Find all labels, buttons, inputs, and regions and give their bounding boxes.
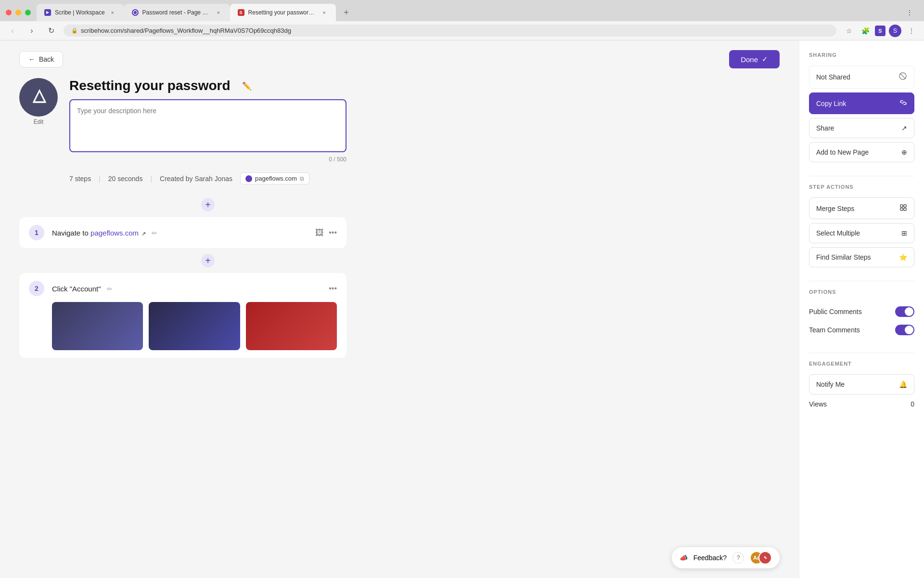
step-1-image-btn[interactable]: 🖼: [315, 228, 324, 238]
avatar-circle[interactable]: [19, 78, 58, 117]
svg-rect-9: [904, 208, 906, 210]
description-textarea[interactable]: [69, 99, 346, 152]
notify-me-label: Notify Me: [816, 381, 845, 388]
tab-scribe-workspace[interactable]: Scribe | Workspace ×: [37, 4, 124, 21]
sharing-section: SHARING Not Shared Copy Link: [809, 52, 914, 162]
step-1-link[interactable]: pageflows.com: [90, 229, 139, 237]
tab-scribe-workspace-close[interactable]: ×: [109, 9, 116, 16]
merge-icon: [899, 204, 907, 213]
step-2-content: Click "Account" ✏: [52, 285, 321, 293]
tab-scribehow-close[interactable]: ×: [321, 9, 328, 16]
title-edit-icon[interactable]: ✏️: [242, 81, 252, 91]
back-label: Back: [39, 55, 54, 63]
public-comments-toggle[interactable]: [895, 306, 914, 317]
main-content: ← Back Done ✓: [0, 40, 799, 578]
engagement-section: ENGAGEMENT Notify Me 🔔 Views 0: [809, 361, 914, 410]
find-similar-steps-button[interactable]: Find Similar Steps ⭐: [809, 247, 914, 267]
team-comments-label: Team Comments: [809, 326, 860, 334]
browser-menu-btn[interactable]: ⋮: [903, 6, 916, 19]
step-2-edit-icon[interactable]: ✏: [107, 285, 113, 293]
meta-sep-2: |: [150, 175, 152, 183]
team-comments-toggle[interactable]: [895, 325, 914, 335]
copy-link-icon: [899, 99, 907, 108]
engagement-title: ENGAGEMENT: [809, 361, 914, 367]
window-minimize-btn[interactable]: [15, 10, 21, 15]
tab-pageflows-close[interactable]: ×: [215, 9, 222, 16]
copy-link-button[interactable]: Copy Link: [809, 92, 914, 114]
step-actions-section: STEP ACTIONS Merge Steps Select Multiple…: [809, 184, 914, 267]
tab-pageflows-title: Password reset - Page Flows: [142, 9, 211, 16]
window-close-btn[interactable]: [6, 10, 12, 15]
share-button[interactable]: Share ↗: [809, 118, 914, 138]
step-1-more-btn[interactable]: •••: [329, 228, 337, 237]
source-copy-icon[interactable]: ⧉: [300, 175, 304, 182]
svg-rect-6: [900, 205, 903, 207]
svg-text:✎: ✎: [764, 556, 767, 560]
add-to-page-icon: ⊕: [901, 148, 907, 156]
done-check-icon: ✓: [762, 55, 768, 64]
new-tab-button[interactable]: +: [340, 6, 353, 19]
bookmark-btn[interactable]: ☆: [842, 24, 856, 38]
sharing-section-title: SHARING: [809, 52, 914, 58]
scribe-extension-btn[interactable]: S: [875, 26, 886, 36]
feedback-help-btn[interactable]: ?: [732, 552, 744, 564]
thumbnail-1[interactable]: [52, 302, 143, 350]
char-count: 0 / 500: [69, 156, 346, 163]
not-shared-label: Not Shared: [816, 73, 850, 81]
extensions-btn[interactable]: 🧩: [859, 24, 872, 38]
options-title: OPTIONS: [809, 289, 914, 295]
done-button[interactable]: Done ✓: [729, 50, 780, 68]
step-1-edit-icon[interactable]: ✏: [152, 229, 157, 237]
profile-btn[interactable]: S: [888, 24, 902, 38]
browser-options-btn[interactable]: ⋮: [905, 24, 918, 38]
step-1-prefix: Navigate to: [52, 229, 89, 237]
step-divider-1: +: [69, 192, 346, 217]
window-maximize-btn[interactable]: [25, 10, 31, 15]
url-bar[interactable]: 🔒 scribehow.com/shared/Pageflows_Workflo…: [64, 25, 836, 37]
right-sidebar: SHARING Not Shared Copy Link: [799, 40, 924, 578]
nav-back-btn[interactable]: ‹: [6, 24, 19, 38]
merge-steps-label: Merge Steps: [816, 205, 854, 212]
sidebar-divider-3: [809, 353, 914, 353]
add-step-before-2-btn[interactable]: +: [201, 254, 215, 267]
step-1-link-external-icon: ↗: [141, 231, 146, 236]
notify-me-button[interactable]: Notify Me 🔔: [809, 374, 914, 394]
svg-line-5: [900, 73, 906, 79]
svg-point-0: [133, 11, 137, 14]
share-external-icon: ↗: [901, 124, 907, 132]
address-bar: ‹ › ↻ 🔒 scribehow.com/shared/Pageflows_W…: [0, 21, 924, 40]
duration: 20 seconds: [108, 175, 143, 183]
done-label: Done: [741, 55, 758, 64]
tab-pageflows[interactable]: Password reset - Page Flows ×: [124, 4, 230, 21]
select-multiple-button[interactable]: Select Multiple ⊞: [809, 223, 914, 243]
thumbnail-2[interactable]: [149, 302, 240, 350]
thumbnail-3[interactable]: [246, 302, 337, 350]
nav-forward-btn[interactable]: ›: [25, 24, 38, 38]
back-arrow-icon: ←: [28, 55, 35, 63]
avatar-icon: [30, 89, 47, 106]
feedback-bar: 📣 Feedback? ? Ac ✎: [672, 547, 780, 568]
avatar-edit-label: Edit: [34, 118, 44, 125]
find-similar-label: Find Similar Steps: [816, 253, 871, 261]
add-to-new-page-button[interactable]: Add to New Page ⊕: [809, 142, 914, 162]
not-shared-item: Not Shared: [809, 66, 914, 89]
step-2-header: 2 Click "Account" ✏ •••: [29, 281, 337, 296]
step-2-more-btn[interactable]: •••: [329, 284, 337, 293]
app-body: ← Back Done ✓: [0, 40, 924, 578]
tab-scribehow-active[interactable]: S Resetting your password | Scri... ×: [230, 4, 336, 21]
source-badge[interactable]: pageflows.com ⧉: [240, 172, 309, 184]
select-multiple-label: Select Multiple: [816, 229, 860, 237]
views-count: 0: [911, 400, 914, 408]
nav-refresh-btn[interactable]: ↻: [44, 24, 58, 38]
content-area: Edit Resetting your password ✏️ 0 / 500 …: [19, 78, 346, 358]
merge-steps-button[interactable]: Merge Steps: [809, 197, 914, 219]
created-by: Created by Sarah Jonas: [160, 175, 232, 183]
options-section: OPTIONS Public Comments Team Comments: [809, 289, 914, 339]
top-bar: ← Back Done ✓: [19, 50, 780, 68]
views-label: Views: [809, 400, 827, 408]
step-1-card: 1 Navigate to pageflows.com ↗ ✏ 🖼 •••: [19, 217, 346, 248]
step-2-text: Click "Account": [52, 285, 101, 293]
add-step-before-1-btn[interactable]: +: [201, 198, 215, 211]
back-button[interactable]: ← Back: [19, 51, 63, 67]
svg-rect-7: [904, 205, 906, 207]
